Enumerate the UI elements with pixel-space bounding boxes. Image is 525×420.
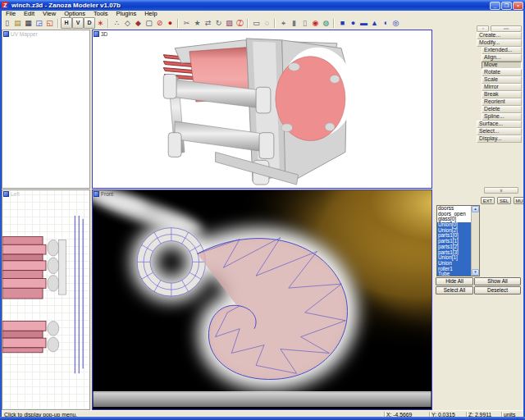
list-item[interactable]: parts1[2] — [437, 244, 471, 250]
list-item[interactable]: doors_open — [437, 212, 471, 217]
surface-command[interactable]: Surface... — [477, 121, 522, 128]
menu-view[interactable]: View — [39, 11, 60, 17]
import-button[interactable]: ◲ — [34, 18, 44, 29]
align-command[interactable]: Align... — [482, 54, 522, 62]
ext-mode-button[interactable]: EXT — [481, 197, 495, 204]
menu-file[interactable]: File — [2, 11, 20, 17]
menu-plugins[interactable]: Plugins — [112, 11, 141, 17]
list-item[interactable]: Union — [437, 261, 471, 267]
prim-ellipse-button[interactable]: ◖ — [380, 18, 390, 29]
save-button[interactable]: ▦ — [23, 18, 34, 29]
box-view-button[interactable]: ▯ — [299, 18, 310, 29]
render-button[interactable]: ◉ — [310, 18, 321, 29]
list-item[interactable]: Tube — [437, 272, 471, 276]
vertex-mode-button[interactable]: ∴ — [112, 18, 122, 29]
menu-tools[interactable]: Tools — [89, 11, 112, 17]
open-file-button[interactable]: ▤ — [12, 18, 23, 29]
reorient-command[interactable]: Reorient — [482, 98, 522, 106]
close-button[interactable]: × — [513, 2, 523, 10]
minimize-button[interactable]: _ — [490, 2, 500, 10]
rect-select-button[interactable]: ▭ — [251, 18, 262, 29]
mirror-command[interactable]: Mirror — [482, 84, 522, 91]
viewport-menu-icon[interactable] — [94, 191, 99, 197]
select-command[interactable]: Select... — [477, 128, 522, 135]
h-toggle-button[interactable]: H — [61, 17, 72, 29]
detach-tool-button[interactable]: ✂ — [181, 18, 192, 29]
menu-help[interactable]: Help — [140, 11, 161, 17]
prim-sphere-button[interactable]: ● — [348, 18, 358, 29]
panel-expand-button[interactable]: ≈≈ — [491, 25, 522, 32]
break-command[interactable]: Break — [482, 91, 522, 98]
delete-command[interactable]: Delete — [482, 106, 522, 113]
viewport-menu-icon[interactable] — [94, 31, 99, 37]
side-wireframe-render[interactable] — [2, 190, 89, 409]
menu-edit[interactable]: Edit — [20, 11, 39, 17]
viewport-side[interactable]: Left — [2, 189, 90, 410]
list-item[interactable]: parts1[0] — [437, 233, 471, 239]
list-item[interactable]: glass[0] — [437, 217, 471, 222]
export-button[interactable]: ◱ — [44, 18, 55, 29]
list-item[interactable]: Union[0] — [437, 222, 471, 228]
scroll-up-icon[interactable]: ▲ — [472, 206, 479, 212]
cylinder-view-button[interactable]: ▮ — [289, 18, 299, 29]
deselect-button[interactable]: Deselect — [474, 286, 521, 294]
face-mode-button[interactable]: ◆ — [133, 18, 144, 29]
viewport-label: 3D — [101, 31, 107, 37]
list-item[interactable]: Union[2] — [437, 228, 471, 234]
list-item[interactable]: Union[1] — [437, 255, 471, 261]
background-button[interactable]: ◍ — [321, 18, 331, 29]
prim-box-button[interactable]: ■ — [337, 18, 348, 29]
listbox-scrollbar[interactable]: ▲ ▼ — [471, 206, 479, 276]
viewport-3d[interactable]: 3D — [92, 30, 432, 189]
object-mode-button[interactable]: ▢ — [144, 18, 154, 29]
material-editor-button[interactable]: ● — [165, 18, 176, 29]
list-item[interactable]: parts1[1] — [437, 239, 471, 244]
select-all-button[interactable]: Select All — [436, 286, 473, 294]
objects-listbox[interactable]: doorssdoors_openglass[0]Union[0]Union[2]… — [436, 205, 480, 276]
list-item[interactable]: doorss — [437, 206, 471, 212]
hide-markers-button[interactable]: ∗ — [95, 18, 106, 29]
scrollbar-track[interactable] — [472, 212, 479, 269]
prim-cylinder-button[interactable]: ▬ — [358, 18, 369, 29]
weld-tool-button[interactable]: ★ — [192, 18, 203, 29]
zoom-tool-button[interactable]: ⌖ — [278, 18, 289, 29]
edge-mode-button[interactable]: ◇ — [122, 18, 133, 29]
zmodeler-logo-button[interactable]: Ⓩ — [235, 18, 245, 29]
flip-tool-button[interactable]: ⇄ — [203, 18, 213, 29]
create-command[interactable]: Create... — [477, 32, 522, 39]
viewport-uv-mapper[interactable]: UV Mapper — [2, 30, 90, 189]
restore-button[interactable]: ❐ — [501, 2, 512, 10]
show-all-button[interactable]: Show All — [474, 277, 521, 285]
viewport-menu-icon[interactable] — [3, 31, 9, 37]
sel-mode-button[interactable]: SEL — [497, 197, 511, 204]
list-item[interactable]: parts1[3] — [437, 250, 471, 256]
prim-cone-button[interactable]: ▲ — [369, 18, 380, 29]
display-command[interactable]: Display... — [477, 135, 522, 143]
rotate-command[interactable]: Rotate — [482, 69, 522, 76]
winch-render[interactable] — [93, 30, 431, 188]
hook-render[interactable] — [93, 190, 431, 409]
move-command[interactable]: Move — [482, 62, 522, 69]
prim-torus-button[interactable]: ◎ — [390, 18, 401, 29]
panel-scroll-button[interactable]: ∨ — [484, 187, 518, 194]
modify-command[interactable]: Modify... — [477, 39, 522, 47]
scale-command[interactable]: Scale — [482, 76, 522, 84]
viewport-perspective[interactable]: Front — [92, 189, 432, 410]
menu-options[interactable]: Options — [60, 11, 89, 17]
orient-tool-button[interactable]: ↻ — [213, 18, 224, 29]
viewport-menu-icon[interactable] — [3, 191, 9, 197]
hide-all-button[interactable]: Hide All — [436, 277, 473, 285]
hidden-mode-button[interactable]: ⊘ — [154, 18, 165, 29]
uv-faces-button[interactable]: ▨ — [224, 18, 235, 29]
circle-select-button[interactable]: ◌ — [262, 18, 272, 29]
viewport-label: Front — [101, 191, 113, 197]
scroll-down-icon[interactable]: ▼ — [472, 269, 479, 276]
v-toggle-button[interactable]: V — [72, 17, 84, 29]
panel-pin-button[interactable]: ◔ — [477, 25, 489, 32]
list-item[interactable]: roller1 — [437, 267, 471, 272]
spline-command[interactable]: Spline... — [482, 113, 522, 121]
extended-command[interactable]: Extended... — [482, 47, 522, 54]
viewport-header: 3D — [94, 31, 107, 37]
new-file-button[interactable]: ▯ — [2, 18, 12, 29]
d-toggle-button[interactable]: D — [84, 17, 95, 29]
